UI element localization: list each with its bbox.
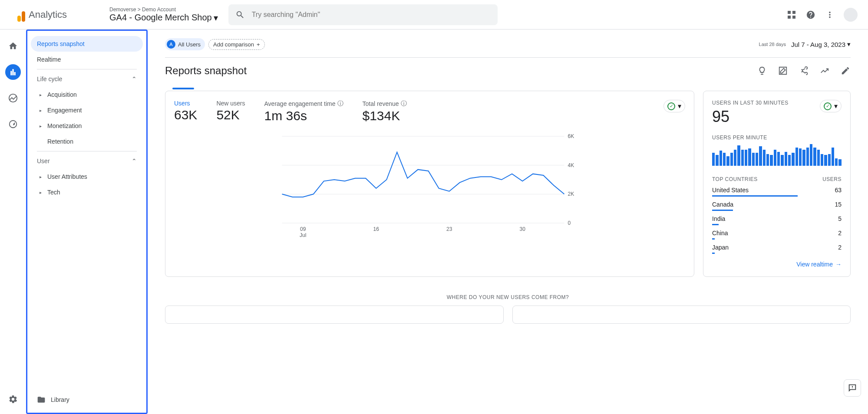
feedback-button[interactable] [844, 379, 861, 397]
date-range-picker[interactable]: Jul 7 - Aug 3, 2023 ▾ [791, 40, 851, 48]
country-name: China [712, 230, 728, 237]
svg-text:23: 23 [446, 226, 452, 232]
back-button[interactable] [3, 10, 14, 20]
analytics-icon [17, 8, 25, 22]
sidebar-item-user-attributes[interactable]: ▸User Attributes [31, 169, 143, 184]
country-row: United States63 [712, 187, 842, 197]
breadcrumb: Demoverse > Demo Account [109, 7, 218, 13]
card-placeholder [165, 306, 504, 324]
country-row: Canada15 [712, 201, 842, 211]
metric-value: $134K [363, 108, 407, 123]
chevron-down-icon: ▾ [847, 40, 851, 48]
add-comparison-button[interactable]: Add comparison + [208, 39, 265, 50]
sidebar-item-tech[interactable]: ▸Tech [31, 184, 143, 200]
country-users: 15 [835, 201, 842, 208]
chevron-down-icon: ▾ [678, 102, 681, 110]
sidebar-item-acquisition[interactable]: ▸Acquisition [31, 87, 143, 102]
users-line-chart: 02K4K6K09Jul162330 [174, 132, 685, 240]
section-label: User [37, 158, 50, 164]
svg-text:Jul: Jul [300, 232, 306, 238]
metric-value: 52K [216, 108, 245, 122]
svg-point-0 [9, 94, 17, 102]
svg-text:16: 16 [373, 226, 379, 232]
svg-text:2K: 2K [568, 191, 574, 197]
chevron-down-icon: ▾ [834, 102, 838, 110]
sidebar-item-engagement[interactable]: ▸Engagement [31, 102, 143, 118]
plus-icon: + [257, 41, 260, 48]
country-row: Japan2 [712, 244, 842, 254]
country-row: India5 [712, 215, 842, 225]
caret-right-icon: ▸ [40, 190, 44, 195]
check-icon: ✓ [667, 102, 675, 110]
nav-advertising[interactable] [5, 116, 21, 132]
sidebar-item-retention[interactable]: Retention [31, 134, 143, 149]
page-title: Reports snapshot [165, 65, 247, 77]
property-name: GA4 - Google Merch Shop [109, 13, 212, 23]
metric-label: New users [216, 100, 245, 107]
country-users: 63 [835, 187, 842, 194]
sidebar-item-reports-snapshot[interactable]: Reports snapshot [31, 36, 143, 52]
nav-admin[interactable] [5, 391, 21, 407]
sidebar-item-label: User Attributes [47, 173, 87, 180]
svg-text:6K: 6K [568, 133, 574, 139]
country-users: 2 [838, 230, 842, 237]
sidebar-item-label: Monetization [47, 122, 82, 129]
chevron-up-icon: ⌃ [132, 76, 137, 82]
country-users: 5 [838, 215, 842, 222]
customize-icon[interactable] [778, 66, 788, 76]
metric-label: Total revenue [363, 100, 399, 107]
search-input[interactable] [252, 11, 491, 19]
data-quality-chip[interactable]: ✓ ▾ [820, 100, 842, 112]
section-label: Life cycle [37, 76, 62, 82]
help-icon[interactable]: ⓘ [401, 100, 407, 108]
share-icon[interactable] [799, 66, 809, 76]
svg-text:09: 09 [300, 226, 306, 232]
edit-icon[interactable] [840, 66, 851, 76]
country-users: 2 [838, 244, 842, 251]
avatar[interactable] [844, 8, 858, 22]
sidebar-item-realtime[interactable]: Realtime [31, 52, 143, 67]
country-name: Canada [712, 201, 733, 208]
metric-tab-new-users[interactable]: New users 52K [216, 100, 245, 122]
nav-home[interactable] [5, 38, 21, 54]
metric-tab-revenue[interactable]: Total revenue ⓘ $134K [363, 100, 407, 123]
caret-right-icon: ▸ [40, 92, 44, 97]
metric-value: 63K [174, 108, 197, 122]
apps-icon[interactable] [786, 10, 797, 20]
section-user[interactable]: User ⌃ [31, 153, 143, 169]
search-box[interactable] [228, 4, 498, 25]
analytics-logo[interactable]: Analytics [17, 8, 96, 22]
caret-right-icon: ▸ [40, 174, 44, 179]
sidebar-item-library[interactable]: Library [31, 390, 143, 409]
help-icon[interactable] [805, 10, 816, 20]
more-menu-icon[interactable] [825, 10, 835, 20]
users-col-header: Users [822, 176, 842, 182]
search-icon [235, 10, 245, 20]
sidebar-item-monetization[interactable]: ▸Monetization [31, 118, 143, 134]
data-quality-chip[interactable]: ✓ ▾ [663, 100, 685, 112]
library-label: Library [51, 396, 69, 403]
segment-pill[interactable]: A All Users [165, 38, 205, 50]
sidebar-item-label: Acquisition [47, 91, 77, 98]
view-realtime-link[interactable]: View realtime → [712, 261, 842, 268]
metric-tab-users[interactable]: Users 63K [174, 100, 197, 122]
svg-text:0: 0 [568, 220, 571, 226]
nav-explore[interactable] [5, 90, 21, 106]
country-name: Japan [712, 244, 729, 251]
property-selector[interactable]: Demoverse > Demo Account GA4 - Google Me… [109, 7, 218, 23]
country-row: China2 [712, 230, 842, 240]
logo-text: Analytics [29, 9, 67, 20]
segment-letter: A [167, 40, 175, 49]
nav-reports[interactable] [5, 64, 21, 80]
country-name: United States [712, 187, 749, 194]
insights-icon[interactable] [757, 66, 767, 76]
date-prefix: Last 28 days [759, 42, 786, 47]
realtime-card: Users in last 30 minutes 95 ✓ ▾ Users pe… [703, 91, 851, 277]
section-life-cycle[interactable]: Life cycle ⌃ [31, 71, 143, 87]
metric-tab-engagement-time[interactable]: Average engagement time ⓘ 1m 36s [264, 100, 343, 123]
sidebar-item-label: Retention [47, 138, 73, 145]
help-icon[interactable]: ⓘ [337, 100, 343, 108]
segment-name: All Users [178, 41, 201, 48]
chevron-up-icon: ⌃ [132, 158, 137, 164]
trend-icon[interactable] [819, 66, 830, 76]
